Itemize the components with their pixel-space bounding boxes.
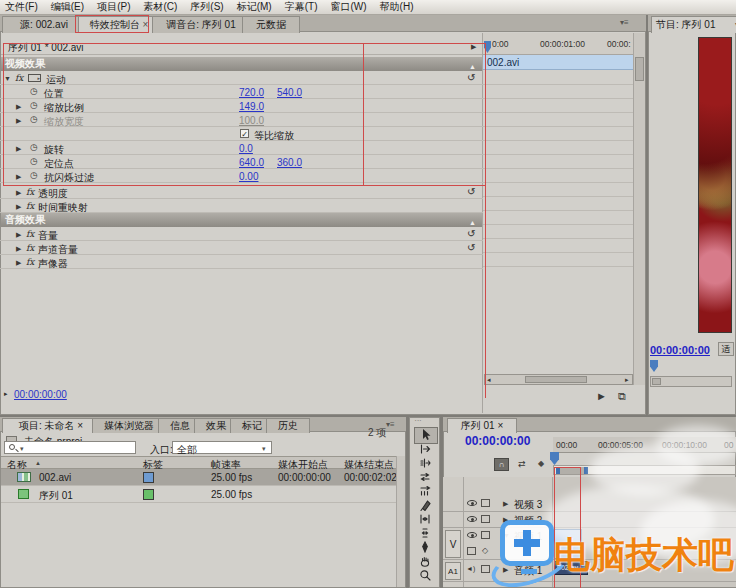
ec-audio-effects-label: 音频效果 — [5, 214, 45, 225]
row-media-start: 00:00:00:00 — [278, 472, 331, 483]
table-row-sequence01[interactable]: 序列 01 25.00 fps — [1, 486, 396, 503]
eye-icon[interactable] — [467, 500, 477, 506]
label-chip-blue[interactable] — [143, 472, 154, 483]
ec-vscroll-thumb[interactable] — [635, 57, 644, 81]
eye-icon[interactable] — [467, 516, 477, 522]
scroll-left-icon[interactable]: ◂ — [487, 376, 491, 383]
program-fit-select[interactable]: 适 — [718, 342, 734, 356]
annotation-box-motion-properties — [3, 43, 486, 186]
pen-tool[interactable] — [414, 541, 436, 554]
ec-audio-effects-header[interactable]: 音频效果 ▲ — [1, 213, 482, 227]
lock-toggle[interactable] — [481, 499, 490, 507]
tab-program[interactable]: 节目: 序列 01 ▾ — [651, 16, 736, 33]
panel-menu-icon[interactable]: ▾≡ — [386, 421, 395, 429]
lock-toggle[interactable] — [481, 531, 490, 539]
label-chip-green[interactable] — [143, 489, 154, 500]
scroll-right-icon[interactable]: ▸ — [625, 376, 629, 383]
ripple-edit-tool[interactable] — [414, 457, 436, 470]
set-display-style-button[interactable] — [467, 547, 476, 555]
menu-item-window[interactable]: 窗口(W) — [330, 0, 366, 14]
ec-row-volume: ▶ fx 音量 ↺ — [0, 227, 483, 241]
sort-asc-icon: ▲ — [35, 460, 41, 466]
tab-metadata[interactable]: 元数据 — [242, 16, 300, 33]
menu-item-marker[interactable]: 标记(M) — [237, 0, 272, 14]
chevron-right-icon[interactable]: ▶ — [16, 231, 21, 238]
chevron-right-icon[interactable]: ▶ — [503, 500, 508, 507]
tab-audio-mixer[interactable]: 调音台: 序列 01 — [152, 16, 250, 33]
eye-icon[interactable] — [467, 532, 477, 538]
ec-hscroll-thumb[interactable] — [525, 376, 587, 383]
program-video-preview — [698, 37, 732, 333]
chevron-right-icon[interactable]: ▶ — [16, 189, 21, 196]
sequence-marker-menu-icon[interactable]: ⇄ — [518, 459, 526, 469]
ec-timecode-marker-icon: ▸ — [4, 390, 8, 397]
speaker-icon[interactable]: ◄) — [466, 565, 475, 572]
panel-menu-icon[interactable]: ▾≡ — [620, 19, 629, 27]
reset-icon[interactable]: ↺ — [467, 242, 475, 253]
reset-icon[interactable]: ↺ — [467, 228, 475, 239]
track-select-tool[interactable] — [414, 443, 436, 456]
rolling-edit-tool[interactable] — [414, 471, 436, 484]
track-target-v[interactable]: V — [445, 530, 461, 558]
ruler-tick-0: 00:00 — [556, 440, 577, 450]
menu-item-edit[interactable]: 编辑(E) — [51, 0, 84, 14]
tab-timeline-sequence[interactable]: 序列 01 × — [447, 418, 517, 433]
project-entry-select[interactable]: 全部 ▾ — [172, 441, 272, 454]
chevron-right-icon[interactable]: ▶ — [16, 259, 21, 266]
ec-clip-name: 002.avi — [487, 57, 519, 68]
ec-timecode[interactable]: 00:00:00:00 — [14, 389, 67, 400]
dropdown-icon[interactable]: ▾ — [262, 445, 266, 452]
tab-history[interactable]: 历史 — [266, 418, 310, 433]
menu-item-clip[interactable]: 素材(C) — [143, 0, 177, 14]
ec-hscrollbar[interactable]: ◂ ▸ — [484, 374, 633, 385]
program-timecode[interactable]: 00:00:00:00 — [650, 344, 710, 356]
ec-vscrollbar[interactable] — [633, 33, 645, 385]
slip-tool[interactable] — [414, 513, 436, 526]
project-vscrollbar[interactable] — [396, 456, 405, 587]
clip-icon — [17, 472, 31, 482]
project-entry-label: 入口: — [150, 443, 173, 457]
lock-toggle[interactable] — [481, 515, 490, 523]
timeline-timecode[interactable]: 00:00:00:00 — [465, 434, 530, 448]
menu-item-title[interactable]: 字幕(T) — [285, 0, 318, 14]
keyframe-toggle-icon[interactable]: ◇ — [482, 547, 488, 555]
snap-toggle-icon[interactable]: ∩ — [494, 458, 509, 471]
menu-item-help[interactable]: 帮助(H) — [380, 0, 414, 14]
chevron-right-icon[interactable]: ▶ — [16, 203, 21, 210]
rate-stretch-tool[interactable] — [414, 485, 436, 498]
program-scrollbar[interactable] — [650, 376, 732, 387]
track-target-a1[interactable]: A1 — [445, 562, 461, 580]
tab-program-label: 节目: 序列 01 — [656, 19, 715, 30]
menu-item-project[interactable]: 项目(P) — [97, 0, 130, 14]
project-list-header: 名称 ▲ 标签 帧速率 媒体开始点 媒体结束点 — [1, 456, 396, 469]
search-dropdown-icon[interactable]: ▾ — [20, 445, 24, 452]
export-frame-icon[interactable]: ⧉ — [618, 390, 626, 403]
tab-source[interactable]: 源: 002.avi — [2, 16, 86, 33]
menu-item-sequence[interactable]: 序列(S) — [190, 0, 223, 14]
tab-media-browser[interactable]: 媒体浏览器 — [92, 418, 166, 433]
ec-ruler[interactable]: 0:00 00:00:01:00 00:00: — [483, 33, 633, 55]
reset-icon[interactable]: ↺ — [467, 186, 475, 197]
selection-tool[interactable] — [414, 427, 438, 444]
lock-toggle[interactable] — [481, 565, 490, 573]
tab-project[interactable]: 项目: 未命名 × — [2, 418, 100, 433]
play-indicator-icon[interactable]: ► — [596, 390, 607, 402]
ec-ruler-tick-0: 0:00 — [492, 39, 509, 49]
hand-tool[interactable] — [414, 555, 436, 568]
ec-row-panner: ▶ fx 声像器 — [0, 255, 483, 269]
program-scroll-thumb[interactable] — [652, 378, 661, 385]
track-label-video3[interactable]: 视频 3 — [514, 498, 542, 512]
marker-icon[interactable]: ◆ — [538, 459, 544, 468]
tools-grip[interactable]: ▪▪▪ — [415, 418, 422, 423]
zoom-tool[interactable] — [414, 569, 436, 582]
chevron-right-icon[interactable]: ▶ — [16, 245, 21, 252]
annotation-line-inner — [363, 43, 364, 186]
ec-panner-label[interactable]: 声像器 — [38, 257, 68, 271]
slide-tool[interactable] — [414, 527, 436, 540]
menu-item-file[interactable]: 文件(F) — [5, 0, 38, 14]
razor-tool[interactable] — [414, 499, 436, 512]
ec-row-channel-volume: ▶ fx 声道音量 ↺ — [0, 241, 483, 255]
ec-clip-bar[interactable]: 002.avi — [483, 55, 633, 70]
project-entry-value: 全部 — [177, 443, 197, 457]
table-row-002avi[interactable]: 002.avi 25.00 fps 00:00:00:00 00:00:02:0… — [1, 469, 396, 486]
